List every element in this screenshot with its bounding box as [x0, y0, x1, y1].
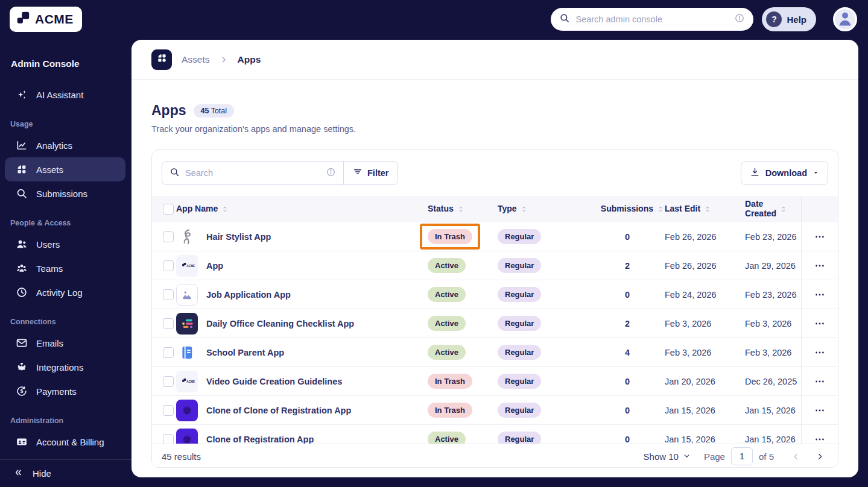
row-actions-button[interactable]: [814, 375, 826, 388]
table-search-bar: [162, 162, 343, 184]
type-badge: Regular: [498, 403, 541, 418]
sort-icon[interactable]: [779, 205, 788, 213]
info-icon[interactable]: [326, 167, 336, 180]
assets-icon: [16, 163, 28, 175]
sidebar-item-assets[interactable]: Assets: [5, 157, 125, 181]
last-edit-date: Feb 26, 2026: [665, 261, 745, 271]
sidebar-item-emails[interactable]: Emails: [5, 331, 125, 355]
column-submissions[interactable]: Submissions: [568, 204, 665, 214]
admin-search-input[interactable]: [575, 14, 729, 24]
assets-breadcrumb-icon: [151, 49, 172, 70]
app-name-link[interactable]: App: [206, 261, 223, 271]
app-name-link[interactable]: Clone of Registration App: [206, 435, 314, 444]
sidebar-item-account-billing[interactable]: Account & Billing: [5, 430, 125, 454]
next-page-button[interactable]: [811, 448, 828, 465]
submissions-count: 0: [568, 377, 665, 386]
sort-icon[interactable]: [520, 205, 528, 213]
download-button[interactable]: Download: [741, 161, 828, 185]
app-name-link[interactable]: School Parent App: [206, 348, 284, 357]
row-checkbox[interactable]: [163, 231, 174, 242]
sidebar-item-ai-assistant[interactable]: AI Assistant: [5, 83, 125, 107]
date-created: Feb 3, 2026: [745, 319, 801, 328]
checklist-app-icon: [176, 313, 198, 335]
collapse-icon: [13, 468, 23, 479]
row-actions-button[interactable]: [814, 289, 826, 301]
app-name-link[interactable]: Daily Office Cleaning Checklist App: [206, 319, 354, 328]
row-actions-button[interactable]: [814, 231, 826, 243]
chevron-down-icon: [683, 451, 691, 462]
row-checkbox[interactable]: [163, 318, 174, 329]
column-date-created[interactable]: Date Created: [745, 200, 801, 218]
status-badge: In Trash: [428, 403, 472, 418]
sidebar-item-analytics[interactable]: Analytics: [5, 133, 125, 157]
row-checkbox[interactable]: [163, 260, 174, 271]
row-actions-button[interactable]: [814, 260, 826, 272]
sidebar-item-label: Submissions: [36, 189, 87, 199]
breadcrumb-assets-link[interactable]: Assets: [182, 54, 210, 65]
app-name-link[interactable]: Video Guide Creation Guidelines: [206, 377, 342, 386]
date-created: Feb 23, 2026: [745, 232, 801, 242]
page-title: Apps: [151, 102, 186, 119]
sidebar-item-submissions[interactable]: Submissions: [5, 181, 125, 206]
help-label: Help: [787, 14, 806, 25]
type-badge: Regular: [498, 229, 541, 244]
sidebar-item-label: Analytics: [36, 140, 72, 151]
last-edit-date: Jan 15, 2026: [665, 406, 745, 415]
app-name-link[interactable]: Job Application App: [206, 290, 291, 300]
date-created: Jan 15, 2026: [745, 435, 801, 444]
sidebar-item-label: AI Assistant: [36, 90, 83, 100]
app-name-link[interactable]: Clone of Clone of Registration App: [206, 406, 351, 415]
column-status[interactable]: Status: [428, 204, 498, 214]
row-checkbox[interactable]: [163, 405, 174, 416]
sidebar-item-users[interactable]: Users: [5, 232, 125, 256]
help-button[interactable]: ? Help: [762, 7, 816, 31]
svg-text:$: $: [21, 388, 24, 394]
row-checkbox[interactable]: [163, 434, 174, 444]
row-actions-button[interactable]: [814, 433, 826, 444]
app-name-link[interactable]: Hair Stylist App: [206, 232, 271, 242]
sidebar-item-label: Assets: [36, 165, 63, 175]
hair-app-icon: [176, 226, 198, 248]
filter-icon: [353, 167, 363, 179]
row-actions-button[interactable]: [814, 318, 826, 330]
table-header: App Name Status Type Submissions Last Ed…: [152, 196, 838, 222]
page-header: Apps 45 Total Track your organization's …: [131, 80, 858, 134]
user-avatar[interactable]: [833, 7, 857, 31]
question-mark-icon: ?: [766, 11, 782, 27]
sidebar-section-label: Connections: [0, 318, 131, 326]
page-size-select[interactable]: Show 10: [644, 451, 691, 462]
sidebar-item-payments[interactable]: $ Payments: [5, 379, 125, 403]
row-actions-button[interactable]: [814, 404, 826, 416]
submissions-count: 2: [568, 261, 665, 271]
select-all-checkbox[interactable]: [163, 204, 174, 215]
table-row: Daily Office Cleaning Checklist App Acti…: [152, 309, 838, 338]
sort-icon[interactable]: [457, 205, 465, 213]
row-checkbox[interactable]: [163, 289, 174, 300]
previous-page-button[interactable]: [787, 448, 804, 465]
sort-icon[interactable]: [703, 205, 712, 213]
sidebar-item-integrations[interactable]: Integrations: [5, 355, 125, 379]
table-search-input[interactable]: [185, 168, 320, 178]
teams-icon: [16, 262, 28, 274]
type-badge: Regular: [498, 374, 541, 389]
sidebar-item-teams[interactable]: Teams: [5, 256, 125, 280]
column-last-edit[interactable]: Last Edit: [665, 204, 745, 214]
column-type[interactable]: Type: [498, 204, 568, 214]
sort-icon[interactable]: [656, 205, 665, 213]
hide-sidebar-button[interactable]: Hide: [0, 459, 131, 487]
last-edit-date: Jan 15, 2026: [665, 435, 745, 444]
column-app-name[interactable]: App Name: [176, 204, 428, 214]
row-checkbox[interactable]: [163, 376, 174, 387]
row-actions-button[interactable]: [814, 347, 826, 359]
page-number-input[interactable]: [731, 447, 753, 465]
info-icon[interactable]: [734, 13, 745, 26]
sidebar-item-activity-log[interactable]: Activity Log: [5, 280, 125, 304]
acme-app-icon: ACME: [176, 255, 198, 277]
last-edit-date: Feb 24, 2026: [665, 290, 745, 300]
table-body: Hair Stylist App In Trash Regular 0 Feb …: [152, 222, 838, 444]
sort-icon[interactable]: [221, 205, 229, 213]
acme-logo-icon: [16, 10, 31, 28]
type-badge: Regular: [498, 432, 541, 444]
filter-button[interactable]: Filter: [343, 162, 398, 184]
row-checkbox[interactable]: [163, 347, 174, 358]
